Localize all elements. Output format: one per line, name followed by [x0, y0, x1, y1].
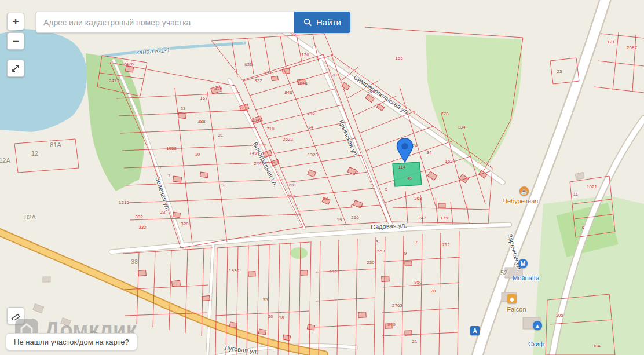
- zoom-out-button[interactable]: −: [7, 32, 24, 50]
- search-icon: [303, 18, 312, 27]
- zoom-in-button[interactable]: +: [7, 13, 24, 30]
- selected-parcel[interactable]: [393, 162, 422, 186]
- map-page: канал К-1-1Симферопольская ул.Крымская у…: [0, 0, 644, 355]
- search-button[interactable]: Найти: [294, 12, 350, 33]
- not-found-button[interactable]: Не нашли участок/дом на карте?: [6, 333, 137, 350]
- map-pin[interactable]: [396, 138, 414, 166]
- pin-icon: [396, 138, 414, 163]
- expand-icon: [11, 64, 20, 73]
- search-button-label: Найти: [316, 17, 341, 27]
- measure-button[interactable]: [7, 307, 24, 324]
- search-bar: Найти: [36, 12, 350, 33]
- search-input[interactable]: [36, 12, 294, 33]
- ruler-icon: [11, 311, 20, 320]
- selected-parcel-number: 114: [398, 164, 406, 170]
- fullscreen-button[interactable]: [7, 60, 24, 77]
- map-canvas[interactable]: [0, 0, 644, 355]
